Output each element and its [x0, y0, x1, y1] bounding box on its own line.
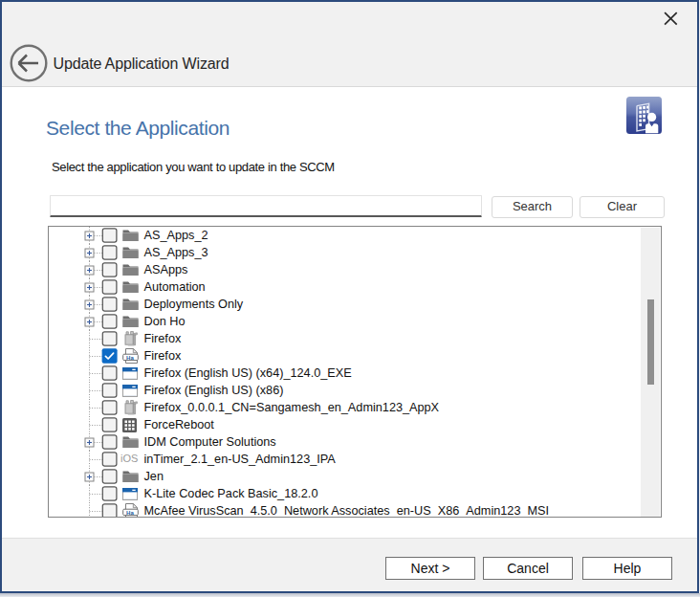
svg-text:Ha: Ha: [126, 355, 134, 361]
svg-text:Ha: Ha: [126, 510, 134, 516]
